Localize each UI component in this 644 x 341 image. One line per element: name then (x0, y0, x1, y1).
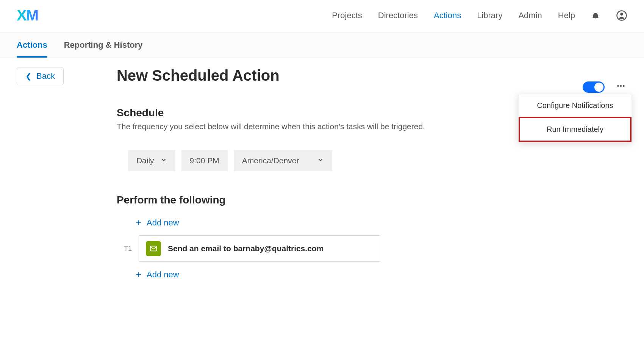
svg-point-1 (620, 13, 623, 16)
frequency-value: Daily (136, 156, 154, 165)
svg-point-2 (617, 85, 619, 87)
add-new-bottom[interactable]: + Add new (136, 269, 179, 280)
chevron-down-icon (317, 156, 324, 165)
title-row: New Scheduled Action Configure Notificat… (117, 67, 627, 107)
time-select[interactable]: 9:00 PM (181, 150, 228, 171)
schedule-controls: Daily 9:00 PM America/Denver (128, 150, 627, 171)
subtab-reporting[interactable]: Reporting & History (64, 33, 143, 58)
chevron-left-icon: ❮ (25, 72, 32, 81)
content: ❮ Back New Scheduled Action Configure No… (0, 58, 644, 289)
page-title: New Scheduled Action (117, 67, 280, 84)
top-nav: Projects Directories Actions Library Adm… (332, 10, 627, 21)
add-new-label: Add new (147, 270, 179, 280)
title-actions: Configure Notifications Run Immediately (583, 80, 627, 94)
back-label: Back (36, 71, 55, 81)
timezone-value: America/Denver (242, 156, 299, 165)
nav-actions[interactable]: Actions (434, 11, 461, 20)
plus-icon: + (136, 269, 141, 280)
task-label: Send an email to barnaby@qualtrics.com (168, 244, 324, 253)
svg-point-4 (623, 85, 624, 87)
menu-configure-notifications[interactable]: Configure Notifications (519, 94, 631, 117)
logo: XM (17, 7, 38, 24)
nav-library[interactable]: Library (477, 11, 502, 20)
main-column: New Scheduled Action Configure Notificat… (117, 67, 627, 280)
timezone-select[interactable]: America/Denver (234, 150, 332, 171)
frequency-select[interactable]: Daily (128, 150, 175, 171)
enable-toggle[interactable] (583, 81, 605, 93)
plus-icon: + (136, 217, 141, 228)
task-row: T1 Send an email to barnaby@qualtrics.co… (117, 235, 627, 262)
svg-point-3 (620, 85, 622, 87)
back-button[interactable]: ❮ Back (17, 67, 64, 85)
top-bar: XM Projects Directories Actions Library … (0, 0, 644, 32)
email-icon (146, 241, 161, 256)
nav-help[interactable]: Help (558, 11, 575, 20)
chevron-down-icon (160, 156, 167, 165)
account-icon[interactable] (616, 10, 627, 21)
nav-projects[interactable]: Projects (332, 11, 362, 20)
perform-title: Perform the following (117, 194, 627, 206)
task-card[interactable]: Send an email to barnaby@qualtrics.com (139, 235, 381, 262)
left-col: ❮ Back (17, 67, 64, 85)
task-id: T1 (117, 245, 132, 253)
notifications-icon[interactable] (591, 11, 600, 20)
nav-admin[interactable]: Admin (518, 11, 542, 20)
subtab-actions[interactable]: Actions (17, 33, 47, 58)
sub-tabs: Actions Reporting & History (0, 32, 644, 58)
add-new-label: Add new (147, 218, 179, 228)
more-menu-button[interactable] (614, 80, 627, 94)
time-value: 9:00 PM (190, 156, 219, 165)
nav-directories[interactable]: Directories (378, 11, 418, 20)
add-new-top[interactable]: + Add new (136, 217, 179, 228)
menu-run-immediately[interactable]: Run Immediately (519, 117, 631, 142)
more-menu: Configure Notifications Run Immediately (518, 94, 632, 142)
